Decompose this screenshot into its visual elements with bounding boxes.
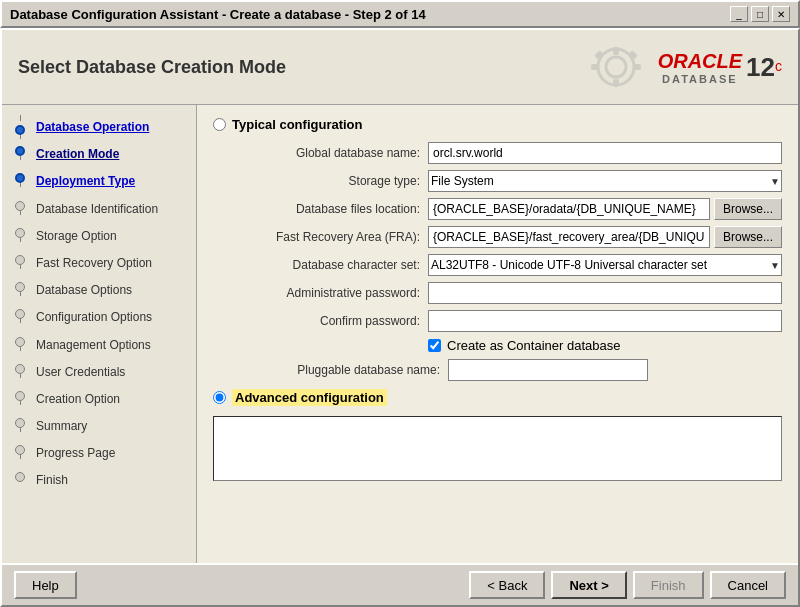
typical-radio[interactable]	[213, 118, 226, 131]
storage-type-select-wrapper: File System ▼	[428, 170, 782, 192]
nav-line-col-11	[10, 387, 30, 405]
svg-rect-3	[613, 79, 619, 87]
pluggable-db-input[interactable]	[448, 359, 648, 381]
storage-type-select[interactable]: File System	[428, 170, 782, 192]
header: Select Database Creation Mode ORACLE DAT…	[2, 30, 798, 105]
line-bottom13	[20, 455, 21, 459]
info-textarea	[213, 416, 782, 481]
content-area: Database Operation Creation Mode	[2, 105, 798, 563]
nav-line-col-10	[10, 360, 30, 378]
svg-rect-2	[613, 47, 619, 55]
version-suffix: c	[775, 57, 782, 73]
help-button[interactable]: Help	[14, 571, 77, 599]
minimize-button[interactable]: _	[730, 6, 748, 22]
nav-dot-database-operation	[15, 125, 25, 135]
nav-dot-summary	[15, 418, 25, 428]
nav-item-wrapper-storage-option: Storage Option	[2, 222, 196, 249]
admin-password-input[interactable]	[428, 282, 782, 304]
sidebar-item-management-options: Management Options	[30, 333, 159, 358]
sidebar-item-creation-mode[interactable]: Creation Mode	[30, 142, 127, 167]
fast-recovery-input-browse: Browse...	[428, 226, 782, 248]
nav-line-col-5	[10, 224, 30, 242]
container-db-label: Create as Container database	[447, 338, 620, 353]
cancel-button[interactable]: Cancel	[710, 571, 786, 599]
nav-item-wrapper-creation-mode: Creation Mode	[2, 140, 196, 167]
typical-config-section: Global database name: Storage type: File…	[233, 142, 782, 381]
title-bar-controls: _ □ ✕	[730, 6, 790, 22]
storage-type-row: Storage type: File System ▼	[233, 170, 782, 192]
version-number: 12	[746, 52, 775, 82]
nav-line-col-4	[10, 197, 30, 215]
nav-line-col	[10, 115, 30, 139]
nav-line-col-7	[10, 278, 30, 296]
line-bottom12	[20, 428, 21, 432]
maximize-button[interactable]: □	[751, 6, 769, 22]
nav-item-wrapper-management-options: Management Options	[2, 331, 196, 358]
global-db-name-input[interactable]	[428, 142, 782, 164]
nav-item-wrapper-config-options: Configuration Options	[2, 303, 196, 330]
fast-recovery-browse-button[interactable]: Browse...	[714, 226, 782, 248]
line-bottom3	[20, 183, 21, 187]
admin-password-label: Administrative password:	[233, 286, 428, 300]
nav-dot-db-options	[15, 282, 25, 292]
nav-item-wrapper-summary: Summary	[2, 412, 196, 439]
nav-dot-config-options	[15, 309, 25, 319]
character-set-select-wrapper: AL32UTF8 - Unicode UTF-8 Universal chara…	[428, 254, 782, 276]
sidebar-item-database-options: Database Options	[30, 278, 140, 303]
nav-dot-finish	[15, 472, 25, 482]
db-files-location-row: Database files location: Browse...	[233, 198, 782, 220]
line-bottom7	[20, 292, 21, 296]
nav-line-col-2	[10, 142, 30, 160]
finish-button[interactable]: Finish	[633, 571, 704, 599]
db-files-browse-button[interactable]: Browse...	[714, 198, 782, 220]
global-db-name-row: Global database name:	[233, 142, 782, 164]
version-display: 12c	[746, 52, 782, 83]
line-top	[20, 115, 21, 121]
line-bottom8	[20, 319, 21, 323]
advanced-config-option[interactable]: Advanced configuration	[213, 389, 782, 406]
nav-line-col-14	[10, 468, 30, 482]
character-set-label: Database character set:	[233, 258, 428, 272]
container-db-checkbox[interactable]	[428, 339, 441, 352]
sidebar-item-database-operation[interactable]: Database Operation	[30, 115, 157, 140]
nav-item-wrapper-db-identification: Database Identification	[2, 195, 196, 222]
advanced-radio[interactable]	[213, 391, 226, 404]
sidebar-item-deployment-type[interactable]: Deployment Type	[30, 169, 143, 194]
character-set-select[interactable]: AL32UTF8 - Unicode UTF-8 Universal chara…	[428, 254, 782, 276]
db-files-location-input[interactable]	[428, 198, 710, 220]
fast-recovery-input[interactable]	[428, 226, 710, 248]
nav-dot-db-identification	[15, 201, 25, 211]
typical-radio-label: Typical configuration	[232, 117, 363, 132]
nav-line-col-9	[10, 333, 30, 351]
fast-recovery-row: Fast Recovery Area (FRA): Browse...	[233, 226, 782, 248]
oracle-text: ORACLE	[658, 50, 742, 72]
typical-config-option[interactable]: Typical configuration	[213, 117, 782, 132]
fast-recovery-label: Fast Recovery Area (FRA):	[233, 230, 428, 244]
nav-dot-storage-option	[15, 228, 25, 238]
title-bar: Database Configuration Assistant - Creat…	[0, 0, 800, 28]
sidebar: Database Operation Creation Mode	[2, 105, 197, 563]
line-bottom6	[20, 265, 21, 269]
nav-dot-deployment-type	[15, 173, 25, 183]
gear-decoration-icon	[586, 42, 646, 92]
db-files-location-label: Database files location:	[233, 202, 428, 216]
back-button[interactable]: < Back	[469, 571, 545, 599]
nav-item-wrapper-db-options: Database Options	[2, 276, 196, 303]
line-bottom	[20, 135, 21, 139]
confirm-password-input[interactable]	[428, 310, 782, 332]
close-button[interactable]: ✕	[772, 6, 790, 22]
nav-dot-creation-mode	[15, 146, 25, 156]
database-text: DATABASE	[658, 73, 742, 85]
sidebar-item-user-credentials: User Credentials	[30, 360, 133, 385]
global-db-name-label: Global database name:	[233, 146, 428, 160]
sidebar-item-fast-recovery-option: Fast Recovery Option	[30, 251, 160, 276]
svg-rect-7	[628, 50, 638, 60]
container-db-row: Create as Container database	[428, 338, 782, 353]
title-bar-text: Database Configuration Assistant - Creat…	[10, 7, 426, 22]
sidebar-item-creation-option: Creation Option	[30, 387, 128, 412]
confirm-password-label: Confirm password:	[233, 314, 428, 328]
next-button[interactable]: Next >	[551, 571, 626, 599]
sidebar-item-progress-page: Progress Page	[30, 441, 123, 466]
footer-right: < Back Next > Finish Cancel	[469, 571, 786, 599]
nav-item-wrapper-progress-page: Progress Page	[2, 439, 196, 466]
